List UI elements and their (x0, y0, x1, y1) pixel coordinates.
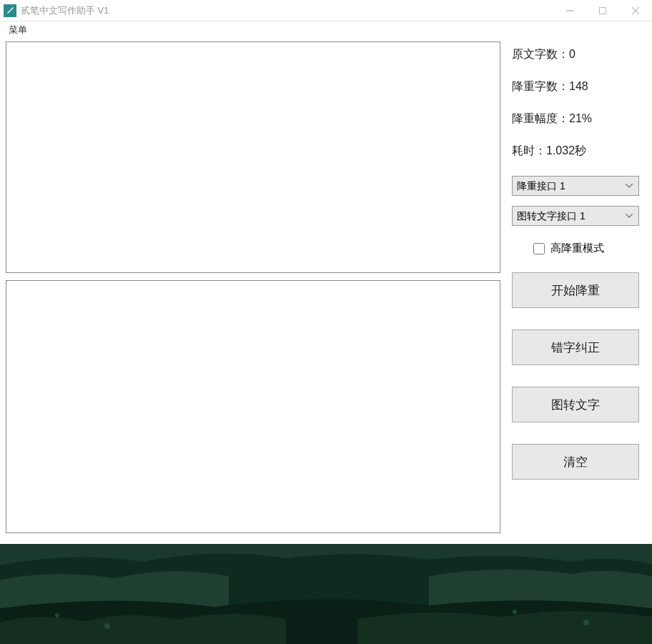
high-mode-checkbox-row[interactable]: 高降重模式 (533, 242, 646, 255)
text-column (6, 41, 500, 533)
clear-button[interactable]: 清空 (512, 444, 639, 480)
svg-point-7 (55, 613, 59, 618)
ocr-button[interactable]: 图转文字 (512, 387, 639, 422)
stat-value: 21% (569, 112, 592, 124)
minimize-button[interactable] (553, 0, 586, 21)
stat-label: 耗时： (512, 144, 546, 157)
window-controls (553, 0, 652, 21)
window-title: 贰笔中文写作助手 V1 (21, 4, 553, 17)
rewrite-api-select[interactable]: 降重接口 1 (512, 176, 639, 196)
menubar: 菜单 (0, 21, 652, 39)
ocr-api-select[interactable]: 图转文字接口 1 (512, 206, 639, 226)
stat-value: 0 (569, 48, 576, 60)
close-icon (632, 7, 639, 14)
maximize-button[interactable] (586, 0, 619, 21)
control-column: 原文字数：0 降重字数：148 降重幅度：21% 耗时：1.032秒 降重接口 … (512, 41, 646, 533)
high-mode-checkbox[interactable] (533, 243, 545, 254)
menu-item-menu[interactable]: 菜单 (6, 23, 30, 36)
stat-value: 1.032秒 (546, 144, 586, 157)
stat-label: 原文字数： (512, 48, 569, 60)
stat-rewrite-ratio: 降重幅度：21% (512, 112, 646, 127)
app-icon (4, 4, 16, 17)
start-rewrite-button[interactable]: 开始降重 (512, 272, 639, 308)
titlebar: 贰笔中文写作助手 V1 (0, 0, 652, 21)
svg-point-9 (513, 610, 517, 614)
maximize-icon (599, 7, 606, 14)
stat-value: 148 (569, 80, 588, 92)
source-textarea[interactable] (6, 41, 500, 273)
svg-point-8 (104, 623, 110, 629)
typo-correct-button[interactable]: 错字纠正 (512, 330, 639, 365)
svg-point-10 (583, 620, 589, 625)
close-button[interactable] (619, 0, 652, 21)
minimize-icon (566, 7, 573, 14)
stat-label: 降重幅度： (512, 112, 569, 124)
stat-rewrite-count: 降重字数：148 (512, 79, 646, 94)
output-textarea[interactable] (6, 280, 500, 533)
checkbox-label: 高降重模式 (550, 242, 604, 255)
stat-original-count: 原文字数：0 (512, 47, 646, 62)
stat-label: 降重字数： (512, 80, 569, 92)
stat-elapsed: 耗时：1.032秒 (512, 144, 646, 159)
desktop-wallpaper (0, 544, 652, 644)
content-area: 原文字数：0 降重字数：148 降重幅度：21% 耗时：1.032秒 降重接口 … (0, 39, 652, 539)
svg-rect-1 (600, 7, 606, 14)
